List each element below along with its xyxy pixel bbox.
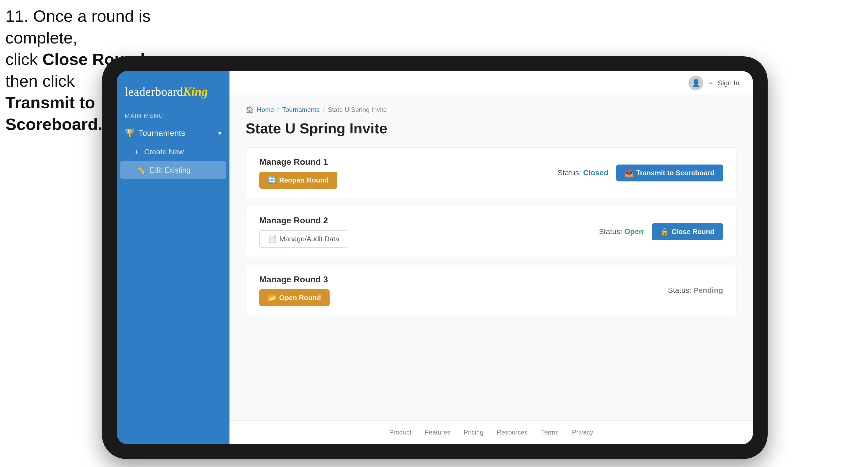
breadcrumb-tournaments[interactable]: Tournaments (282, 106, 320, 114)
round-2-left: Manage Round 2 📄 Manage/Audit Data (259, 216, 348, 248)
round-1-status-value: Closed (583, 168, 608, 177)
close-round-label: Close Round (672, 227, 714, 236)
logo-area: leaderboardKing (117, 79, 229, 107)
transmit-label: Transmit to Scoreboard (636, 169, 714, 177)
top-nav: 👤 → Sign In (229, 71, 753, 95)
breadcrumb-current: State U Spring Invite (328, 106, 387, 114)
round-3-status-label: Status: Pending (668, 286, 723, 295)
round-1-status-label: Status: Closed (558, 168, 608, 177)
edit-icon: ✏️ (136, 165, 146, 175)
round-2-right: Status: Open 🔒 Close Round (599, 223, 723, 240)
round-3-right: Status: Pending (668, 286, 723, 295)
round-3-status-value: Pending (693, 286, 723, 294)
folder-open-icon: 📂 (268, 293, 276, 302)
content-area: 🏠 Home / Tournaments / State U Spring In… (229, 95, 753, 420)
breadcrumb-sep1: / (277, 106, 279, 114)
sidebar-item-create-new[interactable]: ＋ Create New (117, 143, 229, 161)
footer: Product Features Pricing Resources Terms… (229, 420, 753, 444)
sidebar-item-tournaments[interactable]: 🏆 Tournaments ▾ (117, 123, 229, 143)
doc-icon: 📄 (268, 235, 277, 243)
instruction-line1: 11. Once a round is complete, (5, 7, 151, 47)
manage-audit-label: Manage/Audit Data (279, 235, 339, 243)
logo-king: King (183, 85, 208, 98)
round-1-title: Manage Round 1 (259, 157, 337, 167)
transmit-to-scoreboard-button[interactable]: 📤 Transmit to Scoreboard (616, 164, 723, 181)
round-1-right: Status: Closed 📤 Transmit to Scoreboard (558, 164, 723, 181)
round-1-left: Manage Round 1 🔄 Reopen Round (259, 157, 337, 189)
app-layout: leaderboardKing MAIN MENU 🏆 Tournaments … (117, 71, 753, 444)
logo-leaderboard: leaderboard (125, 85, 183, 98)
footer-privacy[interactable]: Privacy (572, 429, 593, 436)
refresh-icon: 🔄 (268, 176, 276, 184)
manage-audit-data-button[interactable]: 📄 Manage/Audit Data (259, 230, 348, 248)
round-3-title: Manage Round 3 (259, 275, 330, 284)
sidebar: leaderboardKing MAIN MENU 🏆 Tournaments … (117, 71, 229, 444)
chevron-down-icon: ▾ (218, 129, 221, 137)
sign-in-label: Sign In (718, 79, 739, 87)
round-2-status-value: Open (624, 227, 644, 236)
reopen-round-button[interactable]: 🔄 Reopen Round (259, 172, 337, 189)
breadcrumb-home[interactable]: Home (257, 106, 274, 114)
round-2-status-label: Status: Open (599, 227, 644, 236)
home-icon: 🏠 (246, 106, 254, 114)
instruction-line3: then click (5, 72, 74, 90)
tablet-screen: leaderboardKing MAIN MENU 🏆 Tournaments … (117, 71, 753, 444)
logo: leaderboardKing (125, 85, 221, 99)
reopen-round-label: Reopen Round (279, 176, 329, 184)
round-2-title: Manage Round 2 (259, 216, 348, 225)
breadcrumb: 🏠 Home / Tournaments / State U Spring In… (246, 106, 737, 114)
arrow-right-icon: → (707, 79, 714, 87)
main-menu-label: MAIN MENU (117, 113, 229, 123)
sign-in-area[interactable]: 👤 → Sign In (688, 76, 739, 90)
open-round-button[interactable]: 📂 Open Round (259, 289, 330, 306)
round-3-row: Manage Round 3 📂 Open Round Status: Pend… (246, 265, 737, 316)
breadcrumb-sep2: / (322, 106, 324, 114)
instruction-bold2: Transmit to Scoreboard. (5, 93, 102, 133)
footer-pricing[interactable]: Pricing (464, 429, 484, 436)
avatar: 👤 (688, 76, 703, 90)
plus-icon: ＋ (133, 147, 141, 157)
page-title: State U Spring Invite (246, 120, 737, 136)
round-2-row: Manage Round 2 📄 Manage/Audit Data Statu… (246, 206, 737, 257)
edit-existing-label: Edit Existing (149, 166, 191, 175)
close-round-button[interactable]: 🔒 Close Round (652, 223, 723, 240)
create-new-label: Create New (144, 148, 184, 156)
lock-icon: 🔒 (660, 227, 669, 236)
trophy-icon: 🏆 (125, 128, 135, 138)
footer-resources[interactable]: Resources (497, 429, 528, 436)
footer-features[interactable]: Features (425, 429, 451, 436)
open-round-label: Open Round (279, 293, 321, 302)
tablet-device: leaderboardKing MAIN MENU 🏆 Tournaments … (102, 56, 768, 459)
sidebar-item-edit-existing[interactable]: ✏️ Edit Existing (120, 161, 226, 179)
sidebar-tournaments-label: Tournaments (138, 129, 185, 138)
main-content: 👤 → Sign In 🏠 Home / Tournaments / State (229, 71, 753, 444)
send-icon: 📤 (625, 169, 633, 177)
round-1-row: Manage Round 1 🔄 Reopen Round Status: Cl… (246, 147, 737, 198)
footer-product[interactable]: Product (389, 429, 411, 436)
instruction-line2: click (5, 50, 42, 68)
round-3-left: Manage Round 3 📂 Open Round (259, 275, 330, 306)
footer-terms[interactable]: Terms (541, 429, 559, 436)
